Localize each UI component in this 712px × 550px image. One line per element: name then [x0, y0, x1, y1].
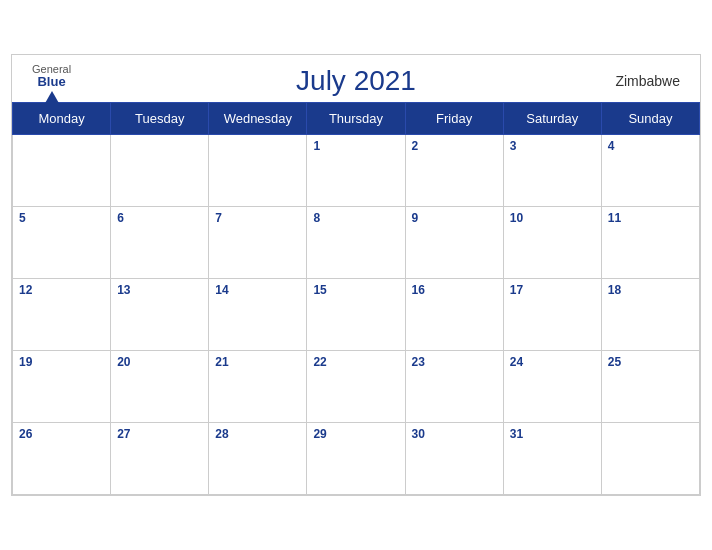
- day-number: 17: [510, 283, 523, 297]
- calendar-day-cell: 3: [503, 135, 601, 207]
- day-number: 29: [313, 427, 326, 441]
- day-number: 25: [608, 355, 621, 369]
- day-number: 21: [215, 355, 228, 369]
- calendar-day-cell: 21: [209, 351, 307, 423]
- calendar-day-cell: 27: [111, 423, 209, 495]
- weekday-header-thursday: Thursday: [307, 103, 405, 135]
- day-number: 9: [412, 211, 419, 225]
- calendar-day-cell: 2: [405, 135, 503, 207]
- calendar-day-cell: 22: [307, 351, 405, 423]
- weekday-header-friday: Friday: [405, 103, 503, 135]
- logo-triangle-icon: [44, 91, 60, 105]
- weekday-header-row: MondayTuesdayWednesdayThursdayFridaySatu…: [13, 103, 700, 135]
- calendar-day-cell: 8: [307, 207, 405, 279]
- calendar-week-row: 567891011: [13, 207, 700, 279]
- calendar-day-cell: 29: [307, 423, 405, 495]
- calendar-day-cell: 28: [209, 423, 307, 495]
- calendar-day-cell: 30: [405, 423, 503, 495]
- calendar-container: General Blue July 2021 Zimbabwe MondayTu…: [11, 54, 701, 496]
- day-number: 15: [313, 283, 326, 297]
- calendar-week-row: 262728293031: [13, 423, 700, 495]
- calendar-day-cell: 13: [111, 279, 209, 351]
- calendar-day-cell: 16: [405, 279, 503, 351]
- day-number: 26: [19, 427, 32, 441]
- day-number: 14: [215, 283, 228, 297]
- logo-blue-text: Blue: [37, 75, 65, 89]
- calendar-week-row: 12131415161718: [13, 279, 700, 351]
- weekday-header-sunday: Sunday: [601, 103, 699, 135]
- calendar-day-cell: 25: [601, 351, 699, 423]
- day-number: 28: [215, 427, 228, 441]
- calendar-day-cell: 12: [13, 279, 111, 351]
- calendar-day-cell: 19: [13, 351, 111, 423]
- weekday-header-wednesday: Wednesday: [209, 103, 307, 135]
- calendar-day-cell: [601, 423, 699, 495]
- calendar-header: General Blue July 2021 Zimbabwe: [12, 55, 700, 102]
- calendar-day-cell: 26: [13, 423, 111, 495]
- day-number: 2: [412, 139, 419, 153]
- calendar-day-cell: 17: [503, 279, 601, 351]
- day-number: 18: [608, 283, 621, 297]
- day-number: 30: [412, 427, 425, 441]
- country-label: Zimbabwe: [615, 73, 680, 89]
- day-number: 8: [313, 211, 320, 225]
- calendar-day-cell: [13, 135, 111, 207]
- day-number: 19: [19, 355, 32, 369]
- calendar-day-cell: 1: [307, 135, 405, 207]
- calendar-day-cell: 15: [307, 279, 405, 351]
- weekday-header-saturday: Saturday: [503, 103, 601, 135]
- calendar-day-cell: [209, 135, 307, 207]
- day-number: 27: [117, 427, 130, 441]
- day-number: 31: [510, 427, 523, 441]
- calendar-week-row: 1234: [13, 135, 700, 207]
- calendar-day-cell: 9: [405, 207, 503, 279]
- calendar-day-cell: 20: [111, 351, 209, 423]
- day-number: 11: [608, 211, 621, 225]
- calendar-day-cell: 4: [601, 135, 699, 207]
- calendar-day-cell: [111, 135, 209, 207]
- day-number: 23: [412, 355, 425, 369]
- calendar-day-cell: 31: [503, 423, 601, 495]
- calendar-day-cell: 10: [503, 207, 601, 279]
- day-number: 12: [19, 283, 32, 297]
- day-number: 1: [313, 139, 320, 153]
- calendar-table: MondayTuesdayWednesdayThursdayFridaySatu…: [12, 102, 700, 495]
- calendar-day-cell: 7: [209, 207, 307, 279]
- day-number: 16: [412, 283, 425, 297]
- logo-area: General Blue: [32, 63, 71, 105]
- calendar-day-cell: 14: [209, 279, 307, 351]
- day-number: 6: [117, 211, 124, 225]
- day-number: 5: [19, 211, 26, 225]
- weekday-header-monday: Monday: [13, 103, 111, 135]
- day-number: 24: [510, 355, 523, 369]
- day-number: 7: [215, 211, 222, 225]
- calendar-day-cell: 23: [405, 351, 503, 423]
- day-number: 3: [510, 139, 517, 153]
- day-number: 4: [608, 139, 615, 153]
- day-number: 20: [117, 355, 130, 369]
- calendar-day-cell: 11: [601, 207, 699, 279]
- calendar-day-cell: 5: [13, 207, 111, 279]
- calendar-day-cell: 24: [503, 351, 601, 423]
- calendar-week-row: 19202122232425: [13, 351, 700, 423]
- calendar-day-cell: 18: [601, 279, 699, 351]
- day-number: 10: [510, 211, 523, 225]
- calendar-day-cell: 6: [111, 207, 209, 279]
- day-number: 22: [313, 355, 326, 369]
- day-number: 13: [117, 283, 130, 297]
- weekday-header-tuesday: Tuesday: [111, 103, 209, 135]
- month-year-title: July 2021: [296, 65, 416, 97]
